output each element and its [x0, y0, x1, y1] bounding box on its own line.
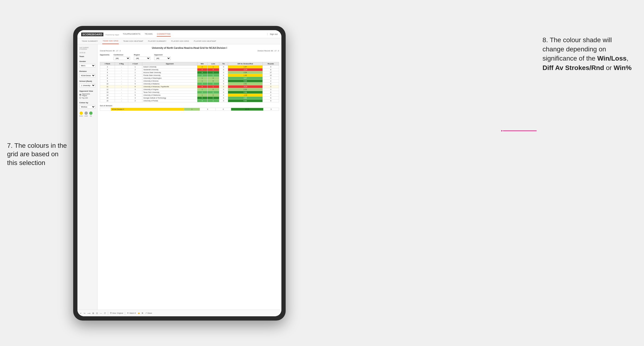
col-rounds: Rounds — [262, 62, 279, 65]
school-section: School (Rank) 1. University of Nort... — [79, 80, 95, 87]
out-div-spacer — [100, 108, 111, 111]
cell-diff: 2.28 — [228, 71, 263, 74]
tab-player-summary[interactable]: PLAYER SUMMARY — [148, 38, 167, 44]
cell-rank: 9 — [100, 80, 115, 82]
gender-select[interactable]: Men's — [79, 64, 95, 67]
nav-committee[interactable]: COMMITTEE — [157, 32, 171, 36]
cell-reg: - — [115, 99, 128, 102]
cell-win: 1 — [197, 77, 207, 80]
cell-opponent: University of Arkansas, Fayetteville — [142, 85, 197, 88]
cell-conf: 5 — [128, 82, 142, 85]
cell-opponent: Arizona State University — [142, 71, 197, 74]
cell-win: 3 — [197, 82, 207, 85]
cell-reg: - — [115, 85, 128, 88]
cell-reg: - — [115, 71, 128, 74]
cell-win: 1 — [197, 94, 207, 97]
cell-rank: 15 — [100, 97, 115, 99]
nav-bar: SCOREBOARD Powered by clippd TOURNAMENTS… — [78, 30, 282, 38]
conference-select[interactable]: (All) — [114, 57, 130, 60]
cell-opponent: University of Washington — [142, 77, 197, 80]
opponent-view-label: Opponent View — [79, 90, 95, 92]
table-row: 16 - 2 University of Florida 3 1 0 6.62 … — [100, 99, 279, 102]
col-tie: Tie — [219, 62, 228, 65]
radio-opponents-played[interactable]: Opponents Played — [79, 93, 95, 96]
share-button[interactable]: ↗ Share — [145, 312, 152, 314]
table-row: 14 - 5 University of Oklahoma 1 0 0 -1.0… — [100, 94, 279, 97]
annotation-right: 8. The colour shade will change dependin… — [542, 35, 632, 72]
division-select[interactable]: NCAA Division I — [79, 74, 95, 77]
cell-conf: 5 — [128, 94, 142, 97]
cell-reg: - — [115, 94, 128, 97]
opponent-select[interactable]: (All) — [154, 57, 171, 60]
filter-section: Opponents: Conference (All) Region (All) — [100, 54, 279, 60]
school-label: School (Rank) — [79, 80, 95, 82]
tab-team-summary[interactable]: TEAM SUMMARY — [81, 38, 98, 44]
thumbs-icon[interactable]: 👍 — [138, 312, 140, 314]
cell-win: 3 — [197, 99, 207, 102]
nav-teams[interactable]: TEAMS — [145, 32, 153, 36]
cell-opponent: Florida State University — [142, 74, 197, 77]
cell-win: 1 — [197, 88, 207, 91]
col-reg: # Reg — [115, 62, 128, 65]
cell-opponent: University of Florida — [142, 99, 197, 102]
cell-reg: - — [115, 77, 128, 80]
cell-conf: 3 — [128, 88, 142, 91]
school-select[interactable]: 1. University of Nort... — [79, 84, 95, 87]
table-row: 4 - 1 Arizona State University 5 1 0 2.2… — [100, 71, 279, 74]
paste-icon[interactable]: ⊡ — [98, 312, 98, 314]
out-of-division-table: NCAA Division II 1 0 0 26.00 3 — [100, 108, 279, 111]
nav-tournaments[interactable]: TOURNAMENTS — [123, 32, 140, 36]
cell-diff: 5.56 — [228, 91, 263, 94]
team-section: Team — [79, 55, 95, 57]
cell-tie: 0 — [219, 88, 228, 91]
out-div-win: 1 — [184, 108, 200, 111]
cell-tie: 0 — [219, 99, 228, 102]
cell-rounds: 9 — [262, 97, 279, 99]
cell-reg: - — [115, 88, 128, 91]
clock-icon[interactable]: ⏱ — [104, 312, 106, 314]
sub-nav: TEAM SUMMARY TEAM H2H GRID TEAM H2H HEAT… — [78, 38, 282, 44]
out-div-tie: 0 — [216, 108, 231, 111]
tab-player-h2h-grid[interactable]: PLAYER H2H GRID — [171, 38, 190, 44]
legend-level-dot — [84, 112, 88, 115]
view-original-button[interactable]: ☰ View: Original — [110, 312, 123, 314]
cell-diff: 3.67 — [228, 77, 263, 80]
tab-team-h2h-grid[interactable]: TEAM H2H GRID — [102, 38, 119, 44]
timestamp2: 16:55:38 — [79, 52, 95, 53]
out-div-diff: 26.00 — [231, 108, 263, 111]
sign-out-button[interactable]: Sign out — [267, 33, 278, 35]
opponent-filter-label: Opponent — [154, 54, 171, 56]
cell-loss: 1 — [207, 65, 219, 68]
cell-tie: 0 — [219, 74, 228, 77]
colour-by-select[interactable]: Win/loss — [79, 105, 95, 109]
tab-team-h2h-heatmap[interactable]: TEAM H2H HEATMAP — [122, 38, 144, 44]
cell-win: 4 — [197, 74, 207, 77]
logo: SCOREBOARD Powered by clippd — [81, 32, 123, 36]
cell-rank: 6 — [100, 74, 115, 77]
grid-icon[interactable]: ⊞ — [142, 312, 143, 314]
cell-rank: 13 — [100, 91, 115, 94]
cell-diff: 1.67 — [228, 65, 263, 68]
legend-down-dot — [80, 112, 83, 115]
region-select[interactable]: (All) — [134, 57, 150, 60]
cell-tie: 0 — [219, 65, 228, 68]
grid-record: Overall Record: 89 - 17 - 0 Division Rec… — [100, 50, 279, 52]
cell-rounds: 3 — [262, 85, 279, 88]
table-row: 15 - 4 Georgia Institute of Technology 5… — [100, 97, 279, 99]
cell-diff: 1.83 — [228, 74, 263, 77]
out-div-loss: 0 — [200, 108, 215, 111]
watch-button[interactable]: 👁 Watch ▾ — [127, 312, 136, 314]
region-filter-group: Region (All) — [134, 54, 150, 60]
cell-conf: 1 — [128, 71, 142, 74]
cell-rank: 8 — [100, 77, 115, 80]
tab-player-h2h-heatmap[interactable]: PLAYER H2H HEATMAP — [193, 38, 217, 44]
opponents-filter-group: Opponents: — [100, 54, 110, 60]
cell-opponent: University of Oklahoma — [142, 94, 197, 97]
radio-top-100[interactable]: Top 100 — [79, 97, 95, 99]
cell-rounds: 3 — [262, 77, 279, 80]
cell-rank: 2 — [100, 65, 115, 68]
opponents-label: Opponents: — [100, 54, 110, 56]
cell-rounds: 2 — [262, 94, 279, 97]
division-label: Division — [79, 70, 95, 72]
opponent-filter-group: Opponent (All) — [154, 54, 171, 60]
